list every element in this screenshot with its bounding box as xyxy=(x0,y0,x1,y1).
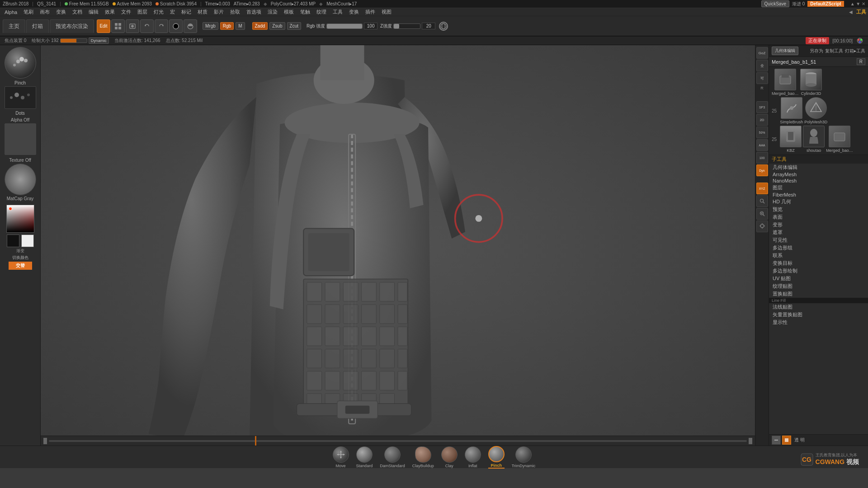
subtool-texturemap[interactable]: 纹理贴图 xyxy=(769,282,868,290)
tool-inflat[interactable]: Inflat xyxy=(465,446,481,468)
swatch-black[interactable] xyxy=(7,235,19,247)
side-full-icon[interactable]: 全 xyxy=(756,60,768,71)
mrgb-btn[interactable]: Mrgb xyxy=(203,22,218,30)
subtool-preview[interactable]: 预览 xyxy=(769,206,868,213)
menu-alpha[interactable]: Alpha xyxy=(2,9,20,15)
dots-preview[interactable] xyxy=(5,86,36,109)
subtool-transform-target[interactable]: 变换目标 xyxy=(769,259,868,267)
menu-layers[interactable]: 图层 xyxy=(135,8,150,16)
menu-render[interactable]: 渲染 xyxy=(265,8,280,16)
saveas-btn[interactable]: 另存为 xyxy=(810,48,823,54)
subtool-fibermesh[interactable]: FiberMesh xyxy=(769,192,868,198)
subtool-system[interactable]: 联系 xyxy=(769,252,868,259)
timeline-start[interactable] xyxy=(43,438,47,444)
subtool-display[interactable]: 显示性 xyxy=(769,319,868,326)
menu-pickup[interactable]: 拾取 xyxy=(227,8,243,16)
menu-brush[interactable]: 笔刷 xyxy=(21,8,36,16)
subtool-polygroups[interactable]: 多边形组 xyxy=(769,244,868,252)
rgb-slider-track[interactable] xyxy=(326,23,363,29)
z-slider-track[interactable] xyxy=(393,23,420,29)
thumb-cylinder3d[interactable]: Cylinder3D xyxy=(800,69,822,96)
tool-standard[interactable]: Standard xyxy=(356,446,373,468)
swatch-white[interactable] xyxy=(21,235,34,247)
undo-btn[interactable] xyxy=(140,19,154,33)
menu-macros[interactable]: 宏 xyxy=(167,8,178,16)
menu-stroke[interactable]: 笔触 xyxy=(297,8,313,16)
quicksave-button[interactable]: QuickSave xyxy=(761,0,789,7)
menu-tool[interactable]: 工具 xyxy=(330,8,345,16)
redo-btn[interactable] xyxy=(155,19,168,33)
tab-lightbox[interactable]: 灯箱 xyxy=(26,19,49,33)
gradient-button[interactable]: 交替 xyxy=(9,262,32,270)
menu-movie[interactable]: 影片 xyxy=(211,8,226,16)
rgb-btn[interactable]: Rgb xyxy=(220,22,234,30)
subtool-figure[interactable]: 图层 xyxy=(769,184,868,192)
load-label-btn[interactable]: 灯箱▸工具 xyxy=(845,48,865,54)
100pct-icon[interactable]: 100 xyxy=(756,152,768,164)
zsub-btn[interactable]: Zsub xyxy=(269,22,285,30)
zoom2d-icon[interactable]: 2D xyxy=(756,114,768,126)
subtool-uvmap[interactable]: UV 贴图 xyxy=(769,275,868,282)
color-gradient-box[interactable] xyxy=(6,205,34,233)
mag-icon[interactable] xyxy=(756,195,768,207)
menu-edit[interactable]: 编辑 xyxy=(86,8,101,16)
alpha-preview[interactable] xyxy=(5,123,36,155)
tool-claybuildup[interactable]: ClayBuildup xyxy=(412,446,434,468)
menu-markers[interactable]: 标记 xyxy=(179,8,194,16)
tab-main[interactable]: 主页 xyxy=(3,19,25,33)
xyz-icon[interactable]: XYZ xyxy=(756,183,768,194)
thumb-kbz[interactable]: KBZ xyxy=(780,126,802,153)
subtool-vector2[interactable]: 矢量置换贴图 xyxy=(769,311,868,319)
subtool-arraymesh[interactable]: ArrayMesh xyxy=(769,171,868,178)
subtool-visibility[interactable]: 可见性 xyxy=(769,236,868,244)
tool-trimdynamic[interactable]: TrimDynamic xyxy=(512,446,536,468)
timeline-track[interactable] xyxy=(49,440,747,442)
menu-lights[interactable]: 灯光 xyxy=(151,8,166,16)
dynamic-btn[interactable]: Dynamic xyxy=(89,38,109,44)
subtool-title[interactable]: 子工具 xyxy=(769,155,868,164)
pc50-icon[interactable]: 50% xyxy=(756,127,768,138)
brush-preview[interactable] xyxy=(5,47,36,79)
subtool-hdgeo[interactable]: HD 几何 xyxy=(769,198,868,206)
menu-file[interactable]: 文件 xyxy=(118,8,134,16)
draw-size-bar[interactable] xyxy=(60,38,87,43)
menu-template[interactable]: 模板 xyxy=(281,8,297,16)
m-btn[interactable]: M xyxy=(236,22,245,30)
thumb-merged-bao[interactable]: Merged_bao_b1 xyxy=(772,69,799,96)
menu-material[interactable]: 材质 xyxy=(195,8,210,16)
thumb-polymesh3d[interactable]: PolyMesh3D xyxy=(804,97,827,124)
line-fill-icon2[interactable] xyxy=(782,436,791,445)
zcut-btn[interactable]: Zcut xyxy=(287,22,301,30)
menu-document[interactable]: 文档 xyxy=(70,8,85,16)
subtool-displacement[interactable]: 置换贴图 xyxy=(769,290,868,298)
polybool-btn[interactable]: 几何体编辑 xyxy=(772,47,798,55)
subtool-vector[interactable]: 法线贴图 xyxy=(769,303,868,311)
menu-preferences[interactable]: 首选项 xyxy=(244,8,264,16)
copy-tool-btn[interactable]: 复制工具 xyxy=(825,48,843,54)
snapshot-btn[interactable] xyxy=(126,19,139,33)
dynamic-mode-icon[interactable]: Dyn xyxy=(756,164,768,176)
menu-deform[interactable]: 变换 xyxy=(53,8,69,16)
menu-canvas[interactable]: 画布 xyxy=(37,8,52,16)
palette-icon[interactable] xyxy=(856,37,863,44)
subtool-polybool[interactable]: 几何体编辑 xyxy=(769,164,868,171)
thumb-simplebrush[interactable]: SimpleBrush xyxy=(780,97,803,124)
thumb-shoutao[interactable]: shoutao xyxy=(803,126,825,153)
tab-preview[interactable]: 预览布尔渲染 xyxy=(50,19,94,33)
zadd-btn[interactable]: Zadd xyxy=(252,22,268,30)
tool-clay[interactable]: Clay xyxy=(441,446,458,468)
menu-texture[interactable]: 纹理 xyxy=(314,8,329,16)
subtool-deform[interactable]: 变形 xyxy=(769,221,868,229)
subtool-polypaint[interactable]: 多边形绘制 xyxy=(769,267,868,275)
menu-effects[interactable]: 效果 xyxy=(102,8,118,16)
menu-plugin[interactable]: 插件 xyxy=(363,8,378,16)
menu-transform[interactable]: 变换 xyxy=(346,8,362,16)
spi3-icon[interactable]: SP3 xyxy=(756,101,768,113)
subtool-surface[interactable]: 表面 xyxy=(769,213,868,221)
menu-view[interactable]: 视图 xyxy=(379,8,394,16)
texture-preview[interactable] xyxy=(5,164,36,195)
line-fill-icon1[interactable] xyxy=(772,436,781,445)
tool-move[interactable]: Move xyxy=(333,446,349,468)
aaa-icon[interactable]: AAA xyxy=(756,139,768,151)
thumb-merged-bao2[interactable]: Merged_bao_b1 xyxy=(826,126,853,153)
